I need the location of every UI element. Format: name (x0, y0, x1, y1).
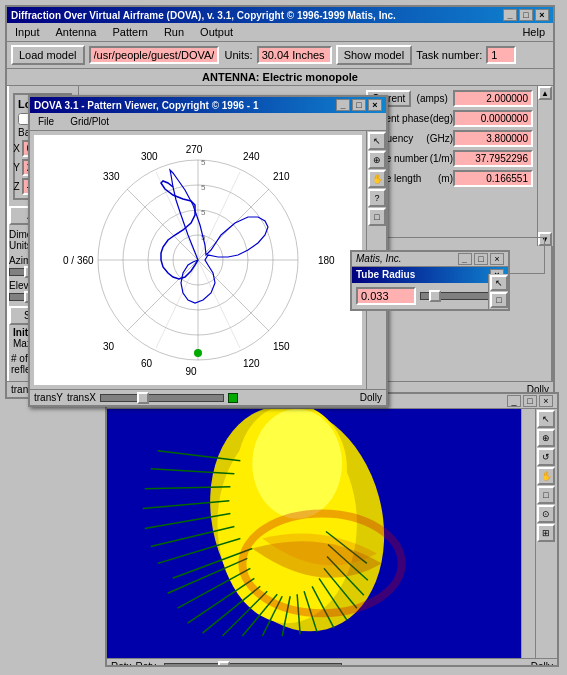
minimize-btn[interactable]: _ (503, 9, 517, 21)
polar-svg: 270 180 0 / 360 90 210 330 150 30 240 30… (34, 135, 362, 385)
3d-slider[interactable] (164, 663, 342, 668)
polar-plot-area: 270 180 0 / 360 90 210 330 150 30 240 30… (34, 135, 362, 385)
wave-number-value[interactable] (453, 150, 533, 167)
window-controls: _ □ × (503, 9, 549, 21)
pattern-viewer-title-bar: DOVA 3.1 - Pattern Viewer, Copyright © 1… (30, 97, 386, 113)
scroll-up-btn[interactable]: ▲ (538, 86, 552, 100)
pattern-min-btn[interactable]: _ (336, 99, 350, 111)
svg-point-27 (194, 349, 202, 357)
pattern-viewer-menu: File Grid/Plot (30, 113, 386, 131)
3d-max-btn[interactable]: □ (523, 395, 537, 407)
current-unit: (amps) (417, 93, 448, 104)
task-number-input[interactable] (486, 46, 516, 64)
roty-label: Roty (136, 661, 157, 667)
svg-text:120: 120 (243, 358, 260, 369)
maximize-btn[interactable]: □ (519, 9, 533, 21)
pattern-dolly-label: Dolly (360, 392, 382, 403)
file-path-input[interactable] (89, 46, 219, 64)
select-tool-btn[interactable]: □ (368, 208, 386, 226)
tube-radius-window: Matis, Inc. _ □ × Tube Radius × ↖ □ (350, 250, 510, 311)
menu-pattern[interactable]: Pattern (108, 25, 151, 39)
matis-bar: Matis, Inc. _ □ × (352, 252, 508, 267)
3d-wire-btn[interactable]: ⊞ (537, 524, 555, 542)
3d-rotate-btn[interactable]: ↺ (537, 448, 555, 466)
green-indicator (228, 393, 238, 403)
3d-right-toolbar: ↖ ⊕ ↺ ✋ □ ⊙ ⊞ (535, 409, 557, 658)
wave-number-unit: (1/m) (430, 153, 453, 164)
3d-light-btn[interactable]: ⊙ (537, 505, 555, 523)
svg-text:5: 5 (201, 208, 206, 217)
frequency-row: Frequency (GHz) (366, 130, 533, 147)
svg-text:330: 330 (103, 171, 120, 182)
tube-right-toolbar: ↖ □ (488, 274, 508, 309)
question-tool-btn[interactable]: ? (368, 189, 386, 207)
3d-viewer-window: 3D View _ □ × (105, 392, 559, 667)
svg-text:270: 270 (186, 144, 203, 155)
cursor-tool-btn[interactable]: ↖ (368, 132, 386, 150)
tube-radius-slider-thumb[interactable] (429, 290, 441, 302)
wave-length-value[interactable] (453, 170, 533, 187)
tube-tool-btn2[interactable]: □ (490, 292, 508, 308)
toolbar: Load model Units: Show model Task number… (7, 42, 553, 69)
pattern-content: 270 180 0 / 360 90 210 330 150 30 240 30… (30, 131, 386, 389)
wave-number-row: Wave number (1/m) (366, 150, 533, 167)
pattern-max-btn[interactable]: □ (352, 99, 366, 111)
menu-input[interactable]: Input (11, 25, 43, 39)
menu-antenna[interactable]: Antenna (51, 25, 100, 39)
current-row: Current (amps) (366, 90, 533, 107)
pattern-slider-thumb[interactable] (137, 392, 149, 404)
menu-run[interactable]: Run (160, 25, 188, 39)
svg-text:150: 150 (273, 341, 290, 352)
hand-tool-btn[interactable]: ✋ (368, 170, 386, 188)
current-phase-row: Current phase (deg) (366, 110, 533, 127)
task-label: Task number: (416, 49, 482, 61)
tube-radius-title-bar: Tube Radius × (352, 267, 508, 283)
tube-radius-title: Tube Radius (356, 269, 415, 281)
3d-zoom-btn[interactable]: ⊕ (537, 429, 555, 447)
current-phase-value[interactable] (453, 110, 533, 127)
zoom-tool-btn[interactable]: ⊕ (368, 151, 386, 169)
pattern-slider[interactable] (100, 394, 224, 402)
antenna-label-bar: ANTENNA: Electric monopole (7, 69, 553, 86)
tube-cursor-btn[interactable]: ↖ (490, 275, 508, 291)
3d-select-btn[interactable]: □ (537, 486, 555, 504)
svg-text:0 / 360: 0 / 360 (63, 255, 94, 266)
3d-slider-thumb[interactable] (218, 661, 230, 668)
svg-text:60: 60 (141, 358, 153, 369)
3d-svg (107, 409, 557, 658)
menu-items: Input Antenna Pattern Run Output (11, 25, 237, 39)
3d-pan-btn[interactable]: ✋ (537, 467, 555, 485)
y-label: Y (13, 162, 20, 173)
current-phase-unit: (deg) (430, 113, 453, 124)
svg-text:300: 300 (141, 151, 158, 162)
matis-close-btn[interactable]: × (490, 253, 504, 265)
pattern-viewer-window: DOVA 3.1 - Pattern Viewer, Copyright © 1… (28, 95, 388, 407)
pattern-grid-menu[interactable]: Grid/Plot (66, 115, 113, 128)
rotx-label: Rotx (111, 661, 132, 667)
svg-text:90: 90 (185, 366, 197, 377)
svg-point-32 (252, 409, 342, 519)
3d-min-btn[interactable]: _ (507, 395, 521, 407)
close-btn[interactable]: × (535, 9, 549, 21)
pattern-file-menu[interactable]: File (34, 115, 58, 128)
3d-cursor-btn[interactable]: ↖ (537, 410, 555, 428)
matis-max-btn[interactable]: □ (474, 253, 488, 265)
show-model-button[interactable]: Show model (336, 45, 413, 65)
load-model-button[interactable]: Load model (11, 45, 85, 65)
current-value[interactable] (453, 90, 533, 107)
menu-output[interactable]: Output (196, 25, 237, 39)
z-label: Z (13, 181, 19, 192)
menu-help[interactable]: Help (518, 25, 549, 39)
tube-radius-input[interactable] (356, 287, 416, 305)
wave-length-row: Wave length (m) (366, 170, 533, 187)
pattern-viewer-title: DOVA 3.1 - Pattern Viewer, Copyright © 1… (34, 100, 258, 111)
pattern-viewer-controls: _ □ × (336, 99, 382, 111)
pattern-close-btn[interactable]: × (368, 99, 382, 111)
frequency-value[interactable] (453, 130, 533, 147)
3d-close-btn[interactable]: × (539, 395, 553, 407)
units-value-input[interactable] (257, 46, 332, 64)
right-scrollbar: ▲ ▼ (537, 86, 553, 246)
x-label: X (13, 143, 20, 154)
matis-min-btn[interactable]: _ (458, 253, 472, 265)
frequency-unit: (GHz) (426, 133, 453, 144)
